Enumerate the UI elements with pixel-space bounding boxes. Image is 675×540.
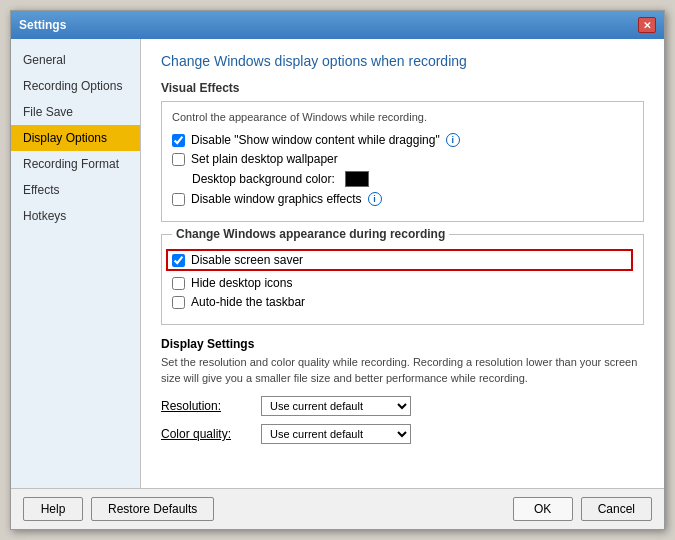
help-button[interactable]: Help [23,497,83,521]
visual-effects-section: Visual Effects Control the appearance of… [161,81,644,222]
sidebar-item-hotkeys[interactable]: Hotkeys [11,203,140,229]
set-plain-desktop-row: Set plain desktop wallpaper [172,152,633,166]
disable-show-window-checkbox[interactable] [172,134,185,147]
resolution-label: Resolution: [161,399,261,413]
disable-show-window-label: Disable "Show window content while dragg… [191,133,440,147]
hide-desktop-icons-checkbox[interactable] [172,277,185,290]
disable-screen-saver-checkbox[interactable] [172,254,185,267]
auto-hide-taskbar-label: Auto-hide the taskbar [191,295,305,309]
window-title: Settings [19,18,66,32]
disable-show-window-row: Disable "Show window content while dragg… [172,133,633,147]
display-settings-section: Display Settings Set the resolution and … [161,337,644,444]
desktop-bg-color-swatch[interactable] [345,171,369,187]
disable-window-graphics-checkbox[interactable] [172,193,185,206]
title-bar: Settings ✕ [11,11,664,39]
close-button[interactable]: ✕ [638,17,656,33]
set-plain-desktop-label: Set plain desktop wallpaper [191,152,338,166]
sidebar-item-display-options[interactable]: Display Options [11,125,140,151]
desktop-bg-color-row: Desktop background color: [192,171,633,187]
display-settings-title: Display Settings [161,337,644,351]
display-settings-description: Set the resolution and color quality whi… [161,355,644,386]
color-quality-label: Color quality: [161,427,261,441]
visual-effects-header: Visual Effects [161,81,644,95]
appearance-section: Change Windows appearance during recordi… [161,234,644,325]
disable-screen-saver-label: Disable screen saver [191,253,303,267]
hide-desktop-icons-row: Hide desktop icons [172,276,633,290]
color-quality-select[interactable]: Use current default 16-bit 24-bit 32-bit [261,424,411,444]
appearance-group: Change Windows appearance during recordi… [161,234,644,325]
sidebar-item-file-save[interactable]: File Save [11,99,140,125]
sidebar-item-general[interactable]: General [11,47,140,73]
hide-desktop-icons-label: Hide desktop icons [191,276,292,290]
disable-screen-saver-row: Disable screen saver [166,249,633,271]
auto-hide-taskbar-row: Auto-hide the taskbar [172,295,633,309]
title-bar-buttons: ✕ [638,17,656,33]
ok-button[interactable]: OK [513,497,573,521]
visual-effects-group: Control the appearance of Windows while … [161,101,644,222]
set-plain-desktop-checkbox[interactable] [172,153,185,166]
cancel-button[interactable]: Cancel [581,497,652,521]
sidebar-item-effects[interactable]: Effects [11,177,140,203]
window-body: General Recording Options File Save Disp… [11,39,664,488]
restore-defaults-button[interactable]: Restore Defaults [91,497,214,521]
desktop-bg-color-label: Desktop background color: [192,172,335,186]
visual-effects-description: Control the appearance of Windows while … [172,110,633,125]
window-footer: Help Restore Defaults OK Cancel [11,488,664,529]
appearance-section-label: Change Windows appearance during recordi… [172,227,449,241]
auto-hide-taskbar-checkbox[interactable] [172,296,185,309]
disable-show-window-info-icon[interactable]: i [446,133,460,147]
disable-window-graphics-info-icon[interactable]: i [368,192,382,206]
resolution-row: Resolution: Use current default 640x480 … [161,396,644,416]
main-title: Change Windows display options when reco… [161,53,644,69]
footer-left: Help Restore Defaults [23,497,214,521]
disable-window-graphics-label: Disable window graphics effects [191,192,362,206]
main-content: Change Windows display options when reco… [141,39,664,488]
settings-window: Settings ✕ General Recording Options Fil… [10,10,665,530]
sidebar-item-recording-options[interactable]: Recording Options [11,73,140,99]
resolution-select[interactable]: Use current default 640x480 800x600 1024… [261,396,411,416]
disable-window-graphics-row: Disable window graphics effects i [172,192,633,206]
sidebar: General Recording Options File Save Disp… [11,39,141,488]
footer-right: OK Cancel [513,497,652,521]
color-quality-row: Color quality: Use current default 16-bi… [161,424,644,444]
sidebar-item-recording-format[interactable]: Recording Format [11,151,140,177]
